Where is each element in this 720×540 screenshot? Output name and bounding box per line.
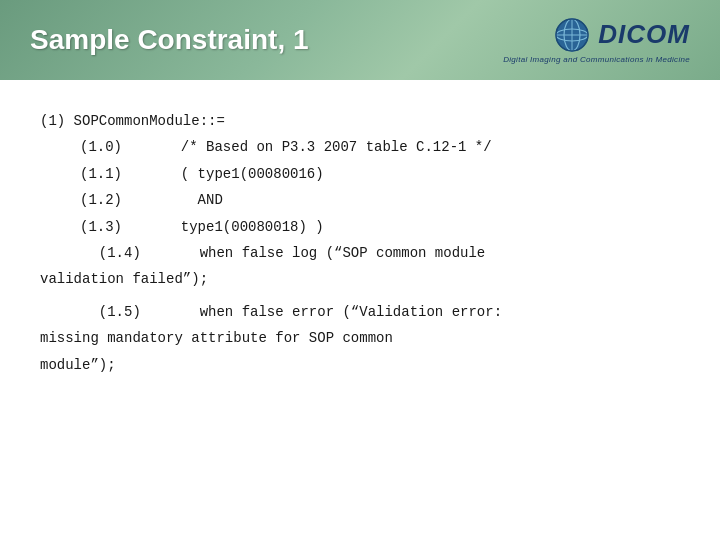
dicom-logo: DICOM [554,17,690,53]
code-line-8: (1.5) when false error (“Validation erro… [40,301,680,323]
code-line-2: (1.0) /* Based on P3.3 2007 table C.12-1… [40,136,680,158]
dicom-brand: DICOM [598,19,690,50]
code-line-7: validation failed”); [40,268,680,290]
code-line-1: (1) SOPCommonModule::= [40,110,680,132]
code-line-3: (1.1) ( type1(00080016) [40,163,680,185]
code-text: module”); [40,357,116,373]
dicom-subtitle: Digital Imaging and Communications in Me… [503,55,690,64]
code-text: missing mandatory attribute for SOP comm… [40,330,393,346]
code-text: validation failed”); [40,271,208,287]
code-text: (1.3) type1(00080018) ) [80,219,324,235]
slide: Sample Constraint, 1 DICOM Digital Imagi… [0,0,720,540]
slide-header: Sample Constraint, 1 DICOM Digital Imagi… [0,0,720,80]
code-text: (1.5) when false error (“Validation erro… [40,304,502,320]
code-line-10: module”); [40,354,680,376]
code-line-5: (1.3) type1(00080018) ) [40,216,680,238]
code-text: (1.2) AND [80,192,223,208]
code-text: (1.4) when false log (“SOP common module [40,245,485,261]
code-text: (1.1) ( type1(00080016) [80,166,324,182]
code-line-9: missing mandatory attribute for SOP comm… [40,327,680,349]
code-text: (1.0) /* Based on P3.3 2007 table C.12-1… [80,139,492,155]
code-line-4: (1.2) AND [40,189,680,211]
code-text: (1) SOPCommonModule::= [40,113,225,129]
slide-content: (1) SOPCommonModule::= (1.0) /* Based on… [0,80,720,406]
slide-title: Sample Constraint, 1 [30,24,309,56]
logo-area: DICOM Digital Imaging and Communications… [503,17,690,64]
code-line-6: (1.4) when false log (“SOP common module [40,242,680,264]
globe-icon [554,17,590,53]
